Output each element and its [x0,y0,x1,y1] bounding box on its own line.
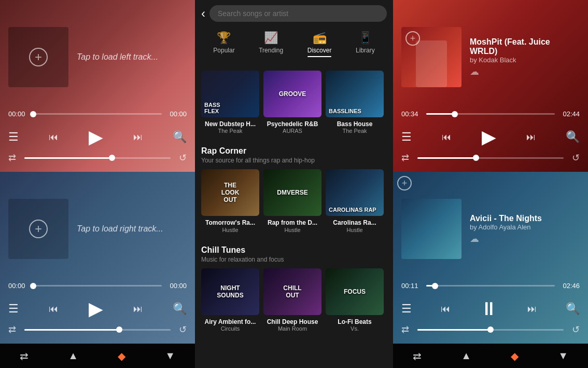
play-button-bottom[interactable]: ▶ [89,298,103,320]
kodak-figure [416,40,447,87]
chill-tunes-title: Chill Tunes [201,246,387,255]
search-header: ‹ 🏆 Popular 📈 Trending 📻 Discover [195,0,393,59]
tab-library[interactable]: 📱 Library [352,29,379,59]
time-row-right-top: 00:34 02:44 [401,110,580,118]
search-button[interactable]: 🔍 [173,130,187,144]
right-toolbar-btn-3[interactable]: ◆ [511,350,519,362]
volume-bar-rt[interactable] [417,157,564,159]
search-button-rb[interactable]: 🔍 [566,302,580,316]
card-psychedelic[interactable]: GROOVE Psychedelic R&B AURAS [263,71,321,134]
load-text-bottom: Tap to load right track... [77,224,187,234]
card-tomorrows-ra[interactable]: THELOOK OUT Tomorrow's Ra... Hustle [201,169,259,233]
volume-bar[interactable] [24,157,171,159]
progress-bar-right-bottom[interactable] [426,285,555,287]
card-bass-house[interactable]: BASSLINES Bass House The Peak [326,71,384,134]
card-carolinas[interactable]: CAROLINAS RAP Carolinas Ra... Hustle [326,169,384,233]
track-info-right-top: MoshPit (Feat. Juice WRLD) by Kodak Blac… [470,37,580,77]
card-overlay-tomorrows: THELOOK OUT [216,182,245,203]
menu-button[interactable]: ☰ [8,130,19,144]
album-art[interactable]: + [8,27,68,87]
card-overlay-lofi: FOCUS [344,288,366,295]
album-art-bottom[interactable]: + [8,199,68,259]
search-button-rt[interactable]: 🔍 [566,130,580,144]
toolbar-btn-1[interactable]: ⇄ [20,350,29,362]
play-button-rt[interactable]: ▶ [482,126,496,148]
progress-bar-right-top[interactable] [426,113,555,115]
time-start: 00:00 [8,110,29,118]
time-start-right-top: 00:34 [401,110,422,118]
controls-row-right-top: ☰ ⏮ ▶ ⏭ 🔍 [401,126,580,148]
toolbar-btn-3[interactable]: ◆ [118,350,125,362]
next-button[interactable]: ⏭ [133,132,143,143]
repeat-button-rt[interactable]: ↺ [572,152,580,163]
menu-button-bottom[interactable]: ☰ [8,302,19,316]
next-button-bottom[interactable]: ⏭ [133,304,143,315]
menu-button-rt[interactable]: ☰ [401,130,412,144]
shuffle-button-rb[interactable]: ⇄ [401,324,409,335]
bottom-row-bottom: ⇄ ↺ [8,324,187,335]
popular-label: Popular [213,47,234,54]
track-info: Tap to load left track... [77,52,187,62]
repeat-button-bottom[interactable]: ↺ [179,324,187,335]
menu-button-rb[interactable]: ☰ [401,302,412,316]
add-track-right-bottom[interactable]: + [397,176,412,190]
add-track-right-top[interactable]: + [405,31,420,46]
card-title-bass-house: Bass House [326,120,384,128]
repeat-button[interactable]: ↺ [179,152,187,163]
track-area: + Tap to load left track... [8,8,187,106]
right-toolbar-btn-2[interactable]: ▲ [461,350,471,362]
play-button[interactable]: ▶ [89,126,103,148]
repeat-button-rb[interactable]: ↺ [572,324,580,335]
time-row: 00:00 00:00 [8,110,187,118]
volume-bar-rb[interactable] [417,329,564,331]
card-rap-dmverse[interactable]: DMVERSE Rap from the D... Hustle [263,169,321,233]
controls-row-bottom: ☰ ⏮ ▶ ⏭ 🔍 [8,298,187,320]
toolbar-btn-4[interactable]: ▼ [165,350,175,362]
volume-bar-bottom[interactable] [24,329,171,331]
progress-bar[interactable] [33,113,162,115]
prev-button-rt[interactable]: ⏮ [442,132,451,143]
next-button-rb[interactable]: ⏭ [527,304,537,315]
right-toolbar-btn-1[interactable]: ⇄ [413,350,422,362]
card-subtitle-dmverse: Hustle [263,227,321,233]
prev-button[interactable]: ⏮ [49,132,58,143]
rap-corner-section: Rap Corner Your source for all things ra… [195,140,393,233]
nav-tabs: 🏆 Popular 📈 Trending 📻 Discover 📱 Librar… [201,27,387,59]
card-lofi-beats[interactable]: FOCUS Lo-Fi Beats Vs. [326,268,384,332]
tab-trending[interactable]: 📈 Trending [255,29,287,59]
time-row-bottom: 00:00 00:00 [8,282,187,290]
card-title-new-dubstep: New Dubstep H... [201,120,259,128]
prev-button-bottom[interactable]: ⏮ [49,304,58,315]
card-overlay-new-dubstep: BASSFLEX [204,102,256,114]
library-label: Library [356,47,375,54]
shuffle-button[interactable]: ⇄ [8,152,16,163]
tab-discover[interactable]: 📻 Discover [303,29,336,59]
tab-popular[interactable]: 🏆 Popular [209,29,239,59]
card-overlay-carolinas: CAROLINAS RAP [329,207,381,213]
card-new-dubstep[interactable]: BASSFLEX New Dubstep H... The Peak [201,71,259,134]
left-toolbar: ⇄ ▲ ◆ ▼ [0,344,195,368]
add-track-button[interactable]: + [29,48,48,66]
track-title-kodak: MoshPit (Feat. Juice WRLD) [470,37,580,56]
track-title-avicii: Avicii - The Nights [470,214,580,223]
search-bar-row: ‹ [201,5,387,22]
toolbar-btn-2[interactable]: ▲ [68,350,78,362]
search-button-bottom[interactable]: 🔍 [173,302,187,316]
pause-button-rb[interactable]: ⏸ [480,298,498,320]
shuffle-button-rt[interactable]: ⇄ [401,152,409,163]
rap-cards-grid: THELOOK OUT Tomorrow's Ra... Hustle DMVE… [201,169,387,233]
add-track-button-bottom[interactable]: + [29,220,48,238]
prev-button-rb[interactable]: ⏮ [441,304,450,315]
shuffle-button-bottom[interactable]: ⇄ [8,324,16,335]
next-button-rt[interactable]: ⏭ [526,132,536,143]
right-toolbar-btn-4[interactable]: ▼ [558,350,568,362]
right-panel: + MoshPit (Feat. Juice WRLD) by Kodak Bl… [393,0,588,368]
time-end-right-top: 02:44 [559,110,580,118]
back-button[interactable]: ‹ [201,6,205,21]
card-airy-ambient[interactable]: NIGHTSOUNDS Airy Ambient fo... Circuits [201,268,259,332]
search-input[interactable] [209,5,387,22]
trending-label: Trending [259,47,283,54]
card-chill-deep[interactable]: CHILL OUT Chill Deep House Main Room [263,268,321,332]
track-info-right-bottom: Avicii - The Nights by Adolfo Ayala Alen… [470,214,580,244]
progress-bar-bottom[interactable] [33,285,162,287]
